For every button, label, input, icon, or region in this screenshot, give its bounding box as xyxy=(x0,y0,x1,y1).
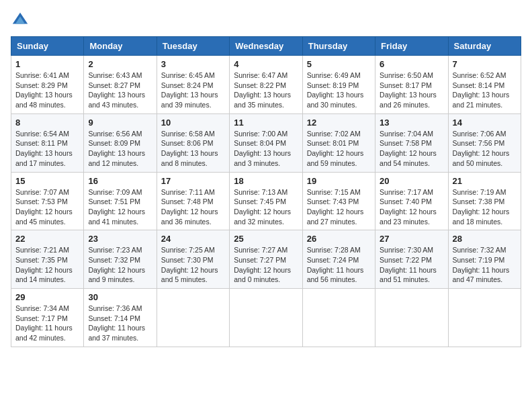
day-number: 17 xyxy=(161,176,225,186)
day-number: 5 xyxy=(307,59,371,69)
calendar-week-row: 1Sunrise: 6:41 AMSunset: 8:29 PMDaylight… xyxy=(11,56,521,114)
calendar-day-cell: 4Sunrise: 6:47 AMSunset: 8:22 PMDaylight… xyxy=(230,56,302,114)
day-number: 27 xyxy=(380,234,443,244)
calendar-day-cell: 24Sunrise: 7:25 AMSunset: 7:30 PMDayligh… xyxy=(157,230,229,289)
day-of-week-header: Friday xyxy=(375,37,448,56)
day-info: Sunrise: 7:19 AMSunset: 7:38 PMDaylight:… xyxy=(453,187,517,227)
calendar-day-cell: 9Sunrise: 6:56 AMSunset: 8:09 PMDaylight… xyxy=(84,113,157,172)
calendar-day-cell: 29Sunrise: 7:34 AMSunset: 7:17 PMDayligh… xyxy=(11,289,84,347)
day-info: Sunrise: 6:47 AMSunset: 8:22 PMDaylight:… xyxy=(234,71,298,110)
day-info: Sunrise: 7:07 AMSunset: 7:53 PMDaylight:… xyxy=(15,187,79,227)
day-number: 29 xyxy=(15,292,79,302)
day-info: Sunrise: 7:32 AMSunset: 7:19 PMDaylight:… xyxy=(453,245,517,285)
day-info: Sunrise: 7:02 AMSunset: 8:01 PMDaylight:… xyxy=(307,129,371,169)
calendar-day-cell: 23Sunrise: 7:23 AMSunset: 7:32 PMDayligh… xyxy=(84,230,157,289)
day-of-week-header: Sunday xyxy=(11,37,84,56)
day-info: Sunrise: 7:23 AMSunset: 7:32 PMDaylight:… xyxy=(88,245,152,285)
day-info: Sunrise: 7:21 AMSunset: 7:35 PMDaylight:… xyxy=(15,245,79,285)
day-number: 23 xyxy=(88,234,152,244)
day-number: 6 xyxy=(380,59,443,69)
calendar-day-cell: 10Sunrise: 6:58 AMSunset: 8:06 PMDayligh… xyxy=(157,113,229,172)
day-info: Sunrise: 6:58 AMSunset: 8:06 PMDaylight:… xyxy=(161,129,225,169)
calendar-week-row: 29Sunrise: 7:34 AMSunset: 7:17 PMDayligh… xyxy=(11,289,521,347)
day-info: Sunrise: 7:13 AMSunset: 7:45 PMDaylight:… xyxy=(234,187,298,227)
day-info: Sunrise: 7:06 AMSunset: 7:56 PMDaylight:… xyxy=(453,129,517,169)
day-info: Sunrise: 6:49 AMSunset: 8:19 PMDaylight:… xyxy=(307,71,371,110)
day-number: 14 xyxy=(453,118,517,128)
day-number: 3 xyxy=(161,59,225,69)
day-info: Sunrise: 7:25 AMSunset: 7:30 PMDaylight:… xyxy=(161,245,225,285)
day-info: Sunrise: 6:54 AMSunset: 8:11 PMDaylight:… xyxy=(15,129,79,169)
calendar-table: SundayMondayTuesdayWednesdayThursdayFrid… xyxy=(11,36,521,347)
day-info: Sunrise: 7:30 AMSunset: 7:22 PMDaylight:… xyxy=(380,245,443,285)
day-number: 25 xyxy=(234,234,298,244)
day-info: Sunrise: 6:41 AMSunset: 8:29 PMDaylight:… xyxy=(15,71,79,110)
day-number: 16 xyxy=(88,176,152,186)
day-info: Sunrise: 7:15 AMSunset: 7:43 PMDaylight:… xyxy=(307,187,371,227)
day-of-week-header: Tuesday xyxy=(157,37,229,56)
day-info: Sunrise: 7:27 AMSunset: 7:27 PMDaylight:… xyxy=(234,245,298,285)
day-info: Sunrise: 7:36 AMSunset: 7:14 PMDaylight:… xyxy=(88,304,152,343)
day-number: 2 xyxy=(88,59,152,69)
day-info: Sunrise: 7:04 AMSunset: 7:58 PMDaylight:… xyxy=(380,129,443,169)
day-number: 8 xyxy=(15,118,79,128)
empty-cell xyxy=(302,289,375,347)
day-number: 18 xyxy=(234,176,298,186)
calendar-day-cell: 17Sunrise: 7:11 AMSunset: 7:48 PMDayligh… xyxy=(157,172,229,230)
day-number: 28 xyxy=(453,234,517,244)
calendar-day-cell: 6Sunrise: 6:50 AMSunset: 8:17 PMDaylight… xyxy=(375,56,448,114)
day-number: 4 xyxy=(234,59,298,69)
empty-cell xyxy=(230,289,302,347)
day-info: Sunrise: 6:56 AMSunset: 8:09 PMDaylight:… xyxy=(88,129,152,169)
day-number: 20 xyxy=(380,176,443,186)
calendar-day-cell: 2Sunrise: 6:43 AMSunset: 8:27 PMDaylight… xyxy=(84,56,157,114)
day-info: Sunrise: 7:28 AMSunset: 7:24 PMDaylight:… xyxy=(307,245,371,285)
calendar-day-cell: 26Sunrise: 7:28 AMSunset: 7:24 PMDayligh… xyxy=(302,230,375,289)
day-number: 15 xyxy=(15,176,79,186)
day-number: 22 xyxy=(15,234,79,244)
calendar-day-cell: 20Sunrise: 7:17 AMSunset: 7:40 PMDayligh… xyxy=(375,172,448,230)
day-of-week-header: Monday xyxy=(84,37,157,56)
day-of-week-header: Wednesday xyxy=(230,37,302,56)
calendar-day-cell: 1Sunrise: 6:41 AMSunset: 8:29 PMDaylight… xyxy=(11,56,84,114)
calendar-day-cell: 5Sunrise: 6:49 AMSunset: 8:19 PMDaylight… xyxy=(302,56,375,114)
calendar-day-cell: 25Sunrise: 7:27 AMSunset: 7:27 PMDayligh… xyxy=(230,230,302,289)
day-number: 12 xyxy=(307,118,371,128)
empty-cell xyxy=(157,289,229,347)
calendar-day-cell: 11Sunrise: 7:00 AMSunset: 8:04 PMDayligh… xyxy=(230,113,302,172)
day-info: Sunrise: 7:17 AMSunset: 7:40 PMDaylight:… xyxy=(380,187,443,227)
calendar-day-cell: 12Sunrise: 7:02 AMSunset: 8:01 PMDayligh… xyxy=(302,113,375,172)
page-header xyxy=(11,11,521,30)
calendar-day-cell: 18Sunrise: 7:13 AMSunset: 7:45 PMDayligh… xyxy=(230,172,302,230)
day-info: Sunrise: 6:50 AMSunset: 8:17 PMDaylight:… xyxy=(380,71,443,110)
day-number: 7 xyxy=(453,59,517,69)
day-number: 19 xyxy=(307,176,371,186)
calendar-day-cell: 28Sunrise: 7:32 AMSunset: 7:19 PMDayligh… xyxy=(448,230,521,289)
calendar-day-cell: 16Sunrise: 7:09 AMSunset: 7:51 PMDayligh… xyxy=(84,172,157,230)
calendar-week-row: 22Sunrise: 7:21 AMSunset: 7:35 PMDayligh… xyxy=(11,230,521,289)
day-info: Sunrise: 6:52 AMSunset: 8:14 PMDaylight:… xyxy=(453,71,517,110)
calendar-day-cell: 30Sunrise: 7:36 AMSunset: 7:14 PMDayligh… xyxy=(84,289,157,347)
calendar-day-cell: 14Sunrise: 7:06 AMSunset: 7:56 PMDayligh… xyxy=(448,113,521,172)
calendar-day-cell: 27Sunrise: 7:30 AMSunset: 7:22 PMDayligh… xyxy=(375,230,448,289)
calendar-week-row: 15Sunrise: 7:07 AMSunset: 7:53 PMDayligh… xyxy=(11,172,521,230)
empty-cell xyxy=(448,289,521,347)
calendar-day-cell: 21Sunrise: 7:19 AMSunset: 7:38 PMDayligh… xyxy=(448,172,521,230)
calendar-day-cell: 3Sunrise: 6:45 AMSunset: 8:24 PMDaylight… xyxy=(157,56,229,114)
calendar-header-row: SundayMondayTuesdayWednesdayThursdayFrid… xyxy=(11,37,521,56)
calendar-day-cell: 19Sunrise: 7:15 AMSunset: 7:43 PMDayligh… xyxy=(302,172,375,230)
day-number: 24 xyxy=(161,234,225,244)
logo-icon xyxy=(11,11,30,30)
calendar-day-cell: 7Sunrise: 6:52 AMSunset: 8:14 PMDaylight… xyxy=(448,56,521,114)
day-number: 1 xyxy=(15,59,79,69)
calendar-day-cell: 13Sunrise: 7:04 AMSunset: 7:58 PMDayligh… xyxy=(375,113,448,172)
calendar-day-cell: 15Sunrise: 7:07 AMSunset: 7:53 PMDayligh… xyxy=(11,172,84,230)
day-number: 13 xyxy=(380,118,443,128)
day-info: Sunrise: 6:43 AMSunset: 8:27 PMDaylight:… xyxy=(88,71,152,110)
calendar-day-cell: 8Sunrise: 6:54 AMSunset: 8:11 PMDaylight… xyxy=(11,113,84,172)
calendar-week-row: 8Sunrise: 6:54 AMSunset: 8:11 PMDaylight… xyxy=(11,113,521,172)
day-info: Sunrise: 7:00 AMSunset: 8:04 PMDaylight:… xyxy=(234,129,298,169)
calendar-day-cell: 22Sunrise: 7:21 AMSunset: 7:35 PMDayligh… xyxy=(11,230,84,289)
day-number: 21 xyxy=(453,176,517,186)
day-of-week-header: Saturday xyxy=(448,37,521,56)
